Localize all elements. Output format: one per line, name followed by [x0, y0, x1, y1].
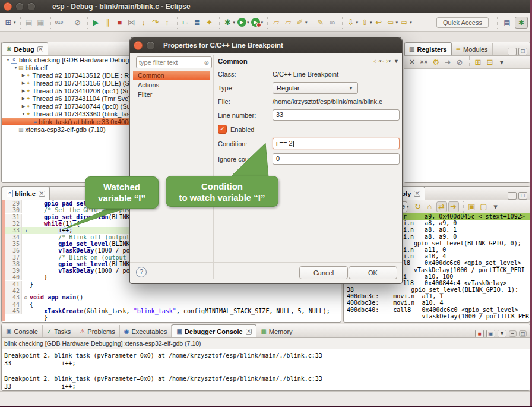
track-expression-icon[interactable]: ➜ [448, 201, 459, 212]
window-close-button[interactable] [4, 2, 12, 11]
view-menu-icon[interactable]: ▾ [496, 57, 507, 68]
quick-access-button[interactable]: Quick Access [436, 17, 489, 28]
tree-expand-icon[interactable]: ▶ [21, 96, 26, 101]
display-selected-console-icon[interactable]: ▣ [486, 330, 495, 337]
skip-all-breakpoints-icon[interactable]: ⊘ [72, 17, 83, 28]
home-icon[interactable]: ⌂ [425, 201, 435, 212]
forward-icon[interactable]: ⇨ [399, 17, 410, 28]
prev-annotation-icon[interactable]: ⇧ [359, 17, 370, 28]
tab-console[interactable]: ▣Console [2, 325, 43, 337]
dialog-nav-actions[interactable]: Actions [133, 80, 210, 90]
search-dropdown-icon[interactable]: ▾ [305, 20, 308, 25]
editor-gutter-marker[interactable]: ⊖ [22, 295, 30, 301]
tab-executables[interactable]: ◉Executables [120, 325, 172, 337]
console-output[interactable]: Breakpoint 2, blink_task (pvParameter=0x… [2, 349, 530, 391]
show-whitespace-icon[interactable]: ∞ [327, 17, 338, 28]
refresh-icon[interactable]: ↻ [413, 201, 423, 212]
instruction-stepping-icon[interactable]: i→ [180, 17, 191, 28]
last-edit-location-icon[interactable]: ↩ [373, 17, 384, 28]
tree-expand-icon[interactable]: ▶ [21, 104, 26, 109]
dialog-maximize-button[interactable] [146, 41, 155, 50]
tree-expand-icon[interactable]: ▶ [21, 81, 26, 86]
tree-expand-icon[interactable]: ▼ [13, 65, 18, 70]
remove-all-icon[interactable]: ✕✕ [419, 57, 429, 68]
open-resource-icon[interactable]: ▱ [283, 17, 293, 28]
suspend-icon[interactable]: ∥ [103, 17, 113, 28]
help-button[interactable]: ? [136, 267, 147, 277]
dialog-close-button[interactable] [134, 41, 142, 50]
registers-content[interactable] [404, 69, 530, 183]
external-tools-dropdown-icon[interactable]: ▾ [261, 20, 264, 25]
resume-icon[interactable]: ▶ [91, 17, 102, 28]
collapse-all-icon[interactable]: ⊟ [484, 57, 495, 68]
step-into-icon[interactable]: ↓ [138, 17, 149, 28]
maximize-disassembly-icon[interactable]: □ [518, 192, 527, 200]
tab-blink-c-close-icon[interactable]: ✕ [39, 191, 45, 197]
forward-dropdown-icon[interactable]: ▾ [410, 20, 412, 25]
dialog-nav-filter[interactable]: Filter [133, 90, 210, 99]
tab-tasks[interactable]: ✓Tasks [43, 325, 76, 337]
terminate-icon[interactable]: ■ [115, 17, 125, 28]
run-icon[interactable]: ▶ [236, 17, 247, 28]
next-annotation-dropdown-icon[interactable]: ▾ [356, 20, 359, 25]
nav-forward-dropdown[interactable]: ▾ [389, 59, 391, 64]
back-dropdown-icon[interactable]: ▾ [396, 20, 398, 25]
trace-icon[interactable]: ✦ [204, 17, 215, 28]
save-icon[interactable]: ▤ [24, 17, 34, 28]
step-over-icon[interactable]: ↷ [150, 17, 161, 28]
tab-memory[interactable]: ▦Memory [256, 325, 297, 337]
run-dropdown-icon[interactable]: ▾ [247, 20, 249, 25]
minimize-disassembly-icon[interactable]: − [508, 192, 517, 200]
step-return-icon[interactable]: ↑ [162, 17, 173, 28]
nav-forward-icon[interactable]: ⇨ [383, 57, 389, 65]
tab-close-icon[interactable]: ✕ [246, 329, 252, 335]
next-annotation-icon[interactable]: ⇩ [346, 17, 356, 28]
ok-button[interactable]: OK [349, 266, 397, 279]
new-wizard-icon[interactable]: ⊞ [3, 17, 14, 28]
back-icon[interactable]: ⇦ [385, 17, 396, 28]
tab-modules[interactable]: ≣Modules [452, 43, 493, 55]
remove-selected-icon[interactable]: ✕ [407, 57, 417, 68]
display-selected-console-dropdown-icon[interactable]: ▾ [498, 330, 506, 337]
location-dropdown-icon[interactable]: ▾ [407, 204, 409, 209]
tree-expand-icon[interactable]: ▼ [5, 58, 11, 62]
restore-defaults-icon[interactable]: ➜ [442, 57, 453, 68]
cpp-perspective-button[interactable]: ▤ [501, 17, 514, 29]
minimize-registers-icon[interactable]: − [508, 48, 517, 55]
tree-expand-icon[interactable]: ▶ [21, 89, 26, 93]
expand-all-icon[interactable]: ⊞ [473, 57, 483, 68]
ignore-count-input[interactable]: 0 [273, 153, 400, 165]
line-number-input[interactable]: 33 [273, 109, 400, 121]
view-menu-icon[interactable]: ▼ [394, 58, 399, 64]
save-all-icon[interactable]: ▦ [36, 17, 46, 28]
external-tools-icon[interactable]: ▶ [251, 17, 261, 28]
maximize-registers-icon[interactable]: □ [518, 48, 527, 55]
debug-icon[interactable]: ✱ [223, 17, 233, 28]
maximize-console-icon[interactable]: □ [519, 330, 527, 337]
tab-debugger-console[interactable]: ▣Debugger Console✕ [172, 324, 256, 337]
disconnect-icon[interactable]: ⋈ [126, 17, 137, 28]
tab-blink-c[interactable]: c blink.c ✕ [2, 187, 50, 200]
sync-active-context-icon[interactable]: ⇄ [436, 201, 447, 212]
prev-annotation-dropdown-icon[interactable]: ▾ [370, 20, 372, 25]
open-folder-icon[interactable]: ▱ [271, 17, 281, 28]
binary-icon[interactable]: 010 [54, 17, 65, 28]
debug-perspective-button[interactable]: ✱ [515, 17, 528, 29]
tab-debug-close-icon[interactable]: ✕ [37, 46, 44, 52]
tree-expand-icon[interactable]: ▶ [21, 73, 26, 78]
condition-input[interactable]: i == 2 [273, 138, 400, 149]
nav-back-icon[interactable]: ⇦ [373, 57, 379, 65]
tab-debug[interactable]: ❋ Debug ✕ [2, 42, 48, 55]
open-new-view-icon[interactable]: ▢ [479, 201, 489, 212]
tab-problems[interactable]: ⚠Problems [75, 325, 119, 337]
show-source-icon[interactable]: ▣ [467, 201, 477, 212]
search-icon[interactable]: ✐ [294, 17, 305, 28]
type-combo[interactable]: Regular ▼ [273, 82, 358, 94]
enabled-checkbox[interactable]: ✓ [218, 125, 227, 134]
tab-registers[interactable]: ▥Registers [404, 42, 452, 55]
clear-filter-icon[interactable]: ⊗ [204, 59, 209, 66]
mark-occurrences-icon[interactable]: ✎ [315, 17, 326, 28]
tree-expand-icon[interactable]: ▼ [21, 112, 26, 116]
nav-back-dropdown[interactable]: ▾ [379, 59, 382, 64]
view-menu-icon[interactable]: ▾ [490, 201, 501, 212]
